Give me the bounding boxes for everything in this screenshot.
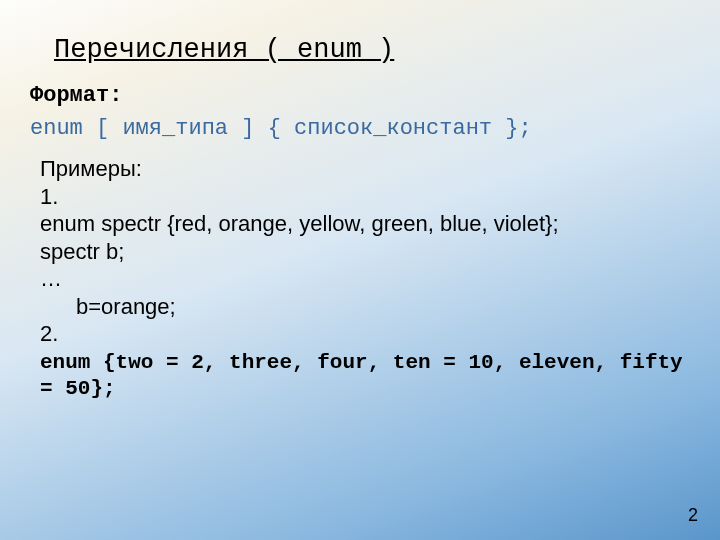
format-syntax: enum [ имя_типа ] { список_констант };: [30, 116, 690, 141]
examples-header: Примеры:: [40, 155, 690, 183]
page-number: 2: [688, 505, 698, 526]
example-2-number: 2.: [40, 320, 690, 348]
example-1-line-2: spectr b;: [40, 238, 690, 266]
example-1-line-3: …: [40, 265, 690, 293]
slide-title: Перечисления ( enum ): [54, 35, 690, 65]
example-1-number: 1.: [40, 183, 690, 211]
example-1-line-4-text: b=orange;: [40, 293, 176, 321]
examples-block: Примеры: 1. enum spectr {red, orange, ye…: [40, 155, 690, 402]
example-1-line-4: b=orange;: [40, 293, 690, 321]
example-2-code: enum {two = 2, three, four, ten = 10, el…: [40, 350, 690, 403]
example-1-line-1: enum spectr {red, orange, yellow, green,…: [40, 210, 690, 238]
format-label: Формат:: [30, 83, 690, 108]
slide: Перечисления ( enum ) Формат: enum [ имя…: [0, 0, 720, 540]
